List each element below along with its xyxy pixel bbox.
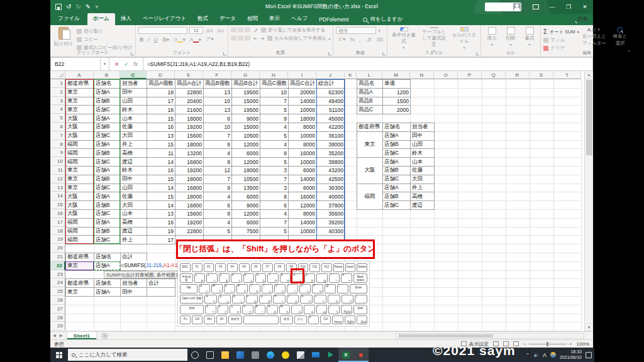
- cell[interactable]: 18000: [289, 114, 317, 123]
- cell[interactable]: 店舗B: [383, 140, 411, 149]
- cell[interactable]: 3: [260, 184, 289, 192]
- tab-pdfelement[interactable]: PDFelement: [313, 14, 354, 25]
- cell[interactable]: 16800: [175, 158, 204, 167]
- cell[interactable]: 店舗C: [94, 131, 121, 140]
- weather-icon[interactable]: [550, 352, 556, 358]
- cell[interactable]: 6000: [289, 184, 317, 192]
- row-header-15[interactable]: 15: [50, 200, 65, 209]
- cell[interactable]: 担当者: [121, 80, 147, 89]
- cell[interactable]: 16800: [175, 201, 204, 210]
- cell[interactable]: 高橋: [121, 218, 147, 227]
- col-header-M[interactable]: M: [382, 71, 410, 79]
- scroll-down-icon[interactable]: ▼: [585, 323, 593, 331]
- cell[interactable]: 6: [260, 201, 289, 210]
- cell[interactable]: 15000: [232, 97, 260, 106]
- cell[interactable]: 東京: [66, 106, 94, 114]
- delete-cells-button[interactable]: 削除▾: [502, 27, 519, 50]
- cell[interactable]: 店舗C: [94, 158, 121, 167]
- cell[interactable]: 店舗A: [383, 184, 411, 192]
- cell[interactable]: 42500: [317, 175, 345, 184]
- orientation-icon[interactable]: ⇗: [252, 27, 259, 33]
- cell[interactable]: 2000: [383, 106, 411, 114]
- cell[interactable]: 1200: [383, 88, 411, 97]
- cell[interactable]: 17: [147, 97, 175, 106]
- format-cells-button[interactable]: 書式▾: [521, 27, 538, 50]
- cell[interactable]: 1500: [383, 97, 411, 106]
- cell-styles-button[interactable]: セルのスタイル▾: [450, 27, 478, 50]
- cell[interactable]: 6000: [232, 192, 260, 201]
- file-explorer-button[interactable]: [218, 348, 233, 362]
- sheet-grid[interactable]: ABCDEFGHIJKLMNOPQRST 1234567891011121314…: [50, 71, 584, 331]
- cell[interactable]: 店舗A: [94, 261, 121, 270]
- cell[interactable]: 店舗A: [94, 192, 121, 201]
- cell[interactable]: 14: [147, 158, 175, 167]
- col-header-Q[interactable]: Q: [482, 71, 506, 79]
- cell[interactable]: 担当者: [411, 123, 435, 132]
- sheet-nav-icons[interactable]: ◀ ▶: [50, 333, 67, 338]
- clipboard-dialog-launcher[interactable]: [131, 52, 134, 55]
- cell[interactable]: 38800: [317, 158, 345, 167]
- cell[interactable]: 大阪: [66, 123, 94, 131]
- fill-color-button[interactable]: ◇▾: [172, 36, 187, 43]
- format-as-table-button[interactable]: テーブルとして書式設定▾: [420, 27, 448, 50]
- conditional-formatting-button[interactable]: 条件付き書式▾: [390, 27, 418, 50]
- cell[interactable]: 3: [260, 166, 289, 175]
- cell[interactable]: 7500: [232, 227, 260, 236]
- cell[interactable]: 井上: [411, 184, 435, 192]
- row-header-1[interactable]: 1: [50, 79, 65, 88]
- cell[interactable]: 福岡: [66, 149, 94, 158]
- cell[interactable]: 16: [147, 166, 175, 175]
- cell[interactable]: 35600: [317, 209, 345, 218]
- cell[interactable]: 6: [204, 114, 232, 123]
- cell[interactable]: 35200: [317, 149, 345, 158]
- cell[interactable]: 8: [204, 158, 232, 167]
- name-box[interactable]: B22: [50, 57, 101, 71]
- row-header-25[interactable]: 25: [50, 287, 65, 296]
- photos-button[interactable]: [233, 348, 248, 362]
- cell[interactable]: 渡辺: [121, 158, 147, 167]
- cell[interactable]: 16000: [289, 149, 317, 158]
- row-header-3[interactable]: 3: [50, 97, 65, 106]
- cell[interactable]: 大阪: [66, 192, 94, 201]
- cell[interactable]: 11: [147, 149, 175, 158]
- cell[interactable]: 4: [204, 218, 232, 227]
- cell[interactable]: 都道府県: [357, 123, 383, 132]
- ime-indicator[interactable]: A: [543, 352, 547, 358]
- cell[interactable]: 店舗名: [94, 253, 121, 262]
- cell[interactable]: 15: [147, 114, 175, 123]
- horizontal-scroll-thumb[interactable]: [399, 334, 493, 337]
- row-header-8[interactable]: 8: [50, 140, 65, 149]
- col-header-S[interactable]: S: [530, 71, 553, 79]
- cell[interactable]: 都道府県: [66, 279, 94, 288]
- cell[interactable]: 6: [204, 201, 232, 210]
- cell[interactable]: 単価: [383, 80, 411, 89]
- cell[interactable]: 40300: [317, 227, 345, 236]
- cell[interactable]: 担当者: [121, 279, 147, 288]
- cell[interactable]: 18000: [232, 166, 260, 175]
- cell[interactable]: 店舗B: [383, 166, 411, 175]
- row-header-27[interactable]: 27: [50, 305, 65, 314]
- cell[interactable]: 田中: [411, 131, 435, 140]
- cell[interactable]: 8000: [289, 209, 317, 218]
- cell[interactable]: 16800: [175, 184, 204, 192]
- edge-button[interactable]: [263, 348, 278, 362]
- vertical-scroll-thumb[interactable]: [586, 80, 592, 155]
- cell[interactable]: 18000: [175, 175, 204, 184]
- cell[interactable]: 10: [204, 97, 232, 106]
- cell[interactable]: 15: [147, 192, 175, 201]
- cell[interactable]: 13500: [232, 184, 260, 192]
- cell[interactable]: 49400: [317, 97, 345, 106]
- cell[interactable]: 店舗B: [94, 149, 121, 158]
- cell[interactable]: 15600: [175, 209, 204, 218]
- cell[interactable]: 大阪: [66, 114, 94, 123]
- cell[interactable]: 鈴木: [121, 106, 147, 114]
- cell[interactable]: 東京: [66, 184, 94, 192]
- cell[interactable]: 田中: [121, 175, 147, 184]
- col-header-D[interactable]: D: [147, 71, 175, 79]
- cell[interactable]: 18: [147, 106, 175, 114]
- cell[interactable]: 福岡: [66, 227, 94, 236]
- cell[interactable]: 商品名: [357, 80, 383, 89]
- cut-button[interactable]: 切り取り: [77, 28, 133, 35]
- cell[interactable]: 東京: [66, 166, 94, 175]
- cell[interactable]: 山本: [411, 158, 435, 167]
